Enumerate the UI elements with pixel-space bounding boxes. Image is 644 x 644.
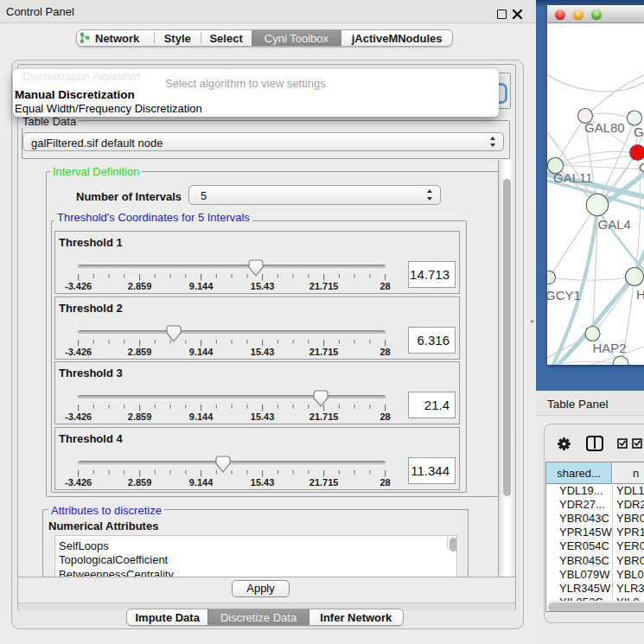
svg-text:G.: G.: [634, 124, 644, 139]
svg-text:GAL11: GAL11: [553, 170, 593, 185]
svg-text:GAL80: GAL80: [584, 120, 625, 135]
svg-text:GCY1: GCY1: [547, 288, 581, 303]
svg-text:C: C: [639, 160, 644, 175]
svg-text:H: H: [636, 287, 644, 302]
svg-text:GAL4: GAL4: [598, 217, 631, 232]
svg-text:HAP2: HAP2: [593, 341, 627, 355]
